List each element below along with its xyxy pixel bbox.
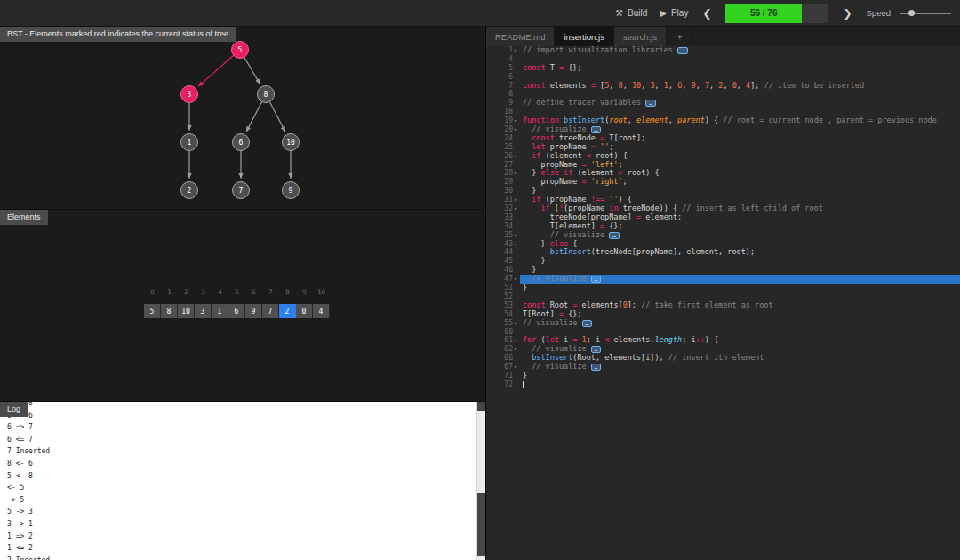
array-cell: 9 xyxy=(245,304,262,318)
svg-text:2: 2 xyxy=(188,187,192,195)
array-cell: 4 xyxy=(313,304,330,318)
code-line-45: 45 } xyxy=(486,257,960,266)
folded-code-pill[interactable]: … xyxy=(609,232,620,239)
slider-knob[interactable] xyxy=(908,10,915,16)
array-cell: 6 xyxy=(228,304,245,318)
log-line: 5 -> 8 xyxy=(0,402,476,410)
svg-text:5: 5 xyxy=(238,46,243,54)
progress-fill: 56 / 76 xyxy=(725,4,801,23)
array-index: 0 xyxy=(144,288,161,296)
gutter-line-number: 44 xyxy=(486,248,520,257)
folded-code-pill[interactable]: … xyxy=(591,346,602,353)
scroll-up-button[interactable] xyxy=(477,402,485,411)
code-area[interactable]: 1▾// import visualization libraries …45c… xyxy=(486,46,960,389)
gutter-line-number: 8 xyxy=(486,90,520,99)
algorithm-visualizer-app: ⚒ Build ▶ Play ❮ 56 / 76 ❯ Speed BST - xyxy=(0,0,960,560)
folded-code-pill[interactable]: … xyxy=(677,47,688,54)
gutter-line-number: 25 xyxy=(486,143,520,152)
bst-panel-title: BST - Elements marked red indicates the … xyxy=(0,27,236,42)
editor-tab-README.md[interactable]: README.md xyxy=(486,27,555,46)
editor-tab-insertion.js[interactable]: insertion.js xyxy=(555,27,613,46)
tree-node-2: 2 xyxy=(181,182,198,199)
code-line-9: 9// define tracer variables … xyxy=(486,99,960,108)
tree-edge-5-8 xyxy=(244,57,260,84)
log-line: 7 Inserted xyxy=(0,445,476,458)
bst-tree-graph: 5381610279 xyxy=(0,27,485,210)
log-panel-title: Log xyxy=(0,402,28,417)
gutter-line-number: 51 xyxy=(486,284,520,292)
gutter-line-number: 67▾ xyxy=(486,363,520,372)
gutter-line-number: 7 xyxy=(486,82,520,91)
array-index: 3 xyxy=(195,288,212,296)
speed-slider[interactable] xyxy=(900,7,951,20)
code-editor: README.mdinsertion.jssearch.js+ 1▾// imp… xyxy=(485,27,960,560)
svg-text:10: 10 xyxy=(286,139,295,147)
folded-code-pill[interactable]: … xyxy=(591,126,602,133)
step-forward-button[interactable]: ❯ xyxy=(841,7,853,20)
tree-node-6: 6 xyxy=(233,134,250,151)
array-index: 9 xyxy=(296,288,313,296)
tree-node-7: 7 xyxy=(233,182,250,199)
gutter-line-number: 27 xyxy=(486,161,520,170)
build-icon: ⚒ xyxy=(615,8,623,18)
tree-node-9: 9 xyxy=(283,182,300,199)
array-cell: 5 xyxy=(144,304,161,318)
array-index: 4 xyxy=(212,288,228,296)
array-cell: 8 xyxy=(161,304,178,318)
folded-code-pill[interactable]: … xyxy=(591,276,602,283)
gutter-line-number: 29 xyxy=(486,178,520,187)
build-button[interactable]: ⚒ Build xyxy=(615,8,647,18)
log-panel: Log 5 -> 88 -> 66 => 76 <= 77 Inserted8 … xyxy=(0,402,485,560)
folded-code-pill[interactable]: … xyxy=(591,364,602,371)
log-scrollbar[interactable] xyxy=(476,402,485,560)
new-tab-button[interactable]: + xyxy=(667,27,694,46)
code-line-71: 71} xyxy=(486,372,960,380)
log-line: -> 5 xyxy=(0,494,476,507)
gutter-line-number: 54 xyxy=(486,310,520,319)
tree-node-8: 8 xyxy=(258,86,275,103)
log-line: <- 5 xyxy=(0,482,476,494)
gutter-line-number: 47▾ xyxy=(486,275,520,284)
editor-tabbar: README.mdinsertion.jssearch.js+ xyxy=(486,27,960,46)
array-index: 6 xyxy=(245,288,262,296)
tree-node-10: 10 xyxy=(283,134,300,151)
gutter-line-number: 66 xyxy=(486,354,520,363)
array-cell: 3 xyxy=(195,304,212,318)
gutter-line-number: 26▾ xyxy=(486,152,520,161)
gutter-line-number: 19▾ xyxy=(486,116,520,125)
array-cell: 0 xyxy=(296,304,313,318)
progress-text: 56 / 76 xyxy=(750,8,778,18)
array-index: 1 xyxy=(161,288,178,296)
gutter-line-number: 72 xyxy=(486,380,520,389)
svg-text:3: 3 xyxy=(188,91,192,99)
gutter-line-number: 53 xyxy=(486,301,520,310)
svg-text:8: 8 xyxy=(264,91,268,99)
step-backward-button[interactable]: ❮ xyxy=(700,7,713,20)
log-scrollbar-thumb[interactable] xyxy=(477,493,485,556)
editor-tab-search.js[interactable]: search.js xyxy=(614,27,667,46)
gutter-line-number: 34 xyxy=(486,222,520,231)
gutter-line-number: 61▾ xyxy=(486,336,520,345)
gutter-line-number: 20▾ xyxy=(486,125,520,134)
folded-code-pill[interactable]: … xyxy=(645,100,656,107)
gutter-line-number: 52 xyxy=(486,292,520,301)
array-cell: 2 xyxy=(279,304,296,318)
gutter-line-number: 45 xyxy=(486,257,520,266)
tree-node-5: 5 xyxy=(232,42,249,59)
play-button[interactable]: ▶ Play xyxy=(660,8,688,18)
progress-bar[interactable]: 56 / 76 xyxy=(725,4,828,23)
elements-panel-title: Elements xyxy=(0,210,48,225)
gutter-line-number: 46 xyxy=(486,266,520,275)
svg-text:7: 7 xyxy=(239,187,244,195)
array-cell: 1 xyxy=(212,304,228,318)
chevron-right-icon: ❯ xyxy=(843,7,852,20)
gutter-line-number: 1▾ xyxy=(486,46,520,55)
elements-array: 012345678910 581031697204 xyxy=(144,288,330,318)
gutter-line-number: 43▾ xyxy=(486,240,520,249)
gutter-line-number: 9 xyxy=(486,99,520,108)
gutter-line-number: 4 xyxy=(486,55,520,64)
array-value-row: 581031697204 xyxy=(144,304,330,318)
folded-code-pill[interactable]: … xyxy=(582,320,593,327)
code-line-1: 1▾// import visualization libraries … xyxy=(486,46,960,55)
gutter-line-number: 32▾ xyxy=(486,204,520,213)
